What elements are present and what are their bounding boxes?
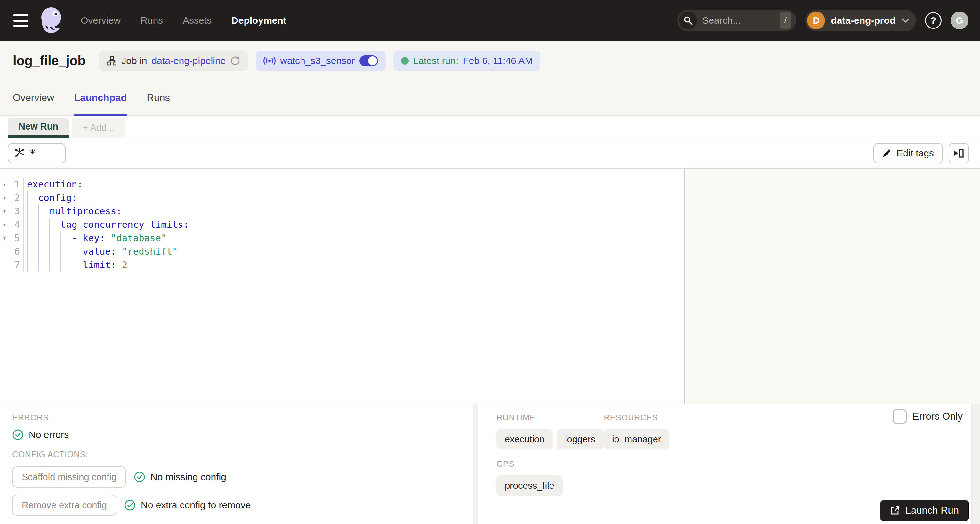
session-tab-new-run[interactable]: New Run [8, 118, 69, 138]
config-actions-label: CONFIG ACTIONS: [12, 449, 473, 459]
indent-guide [38, 231, 49, 245]
resources-label: RESOURCES [604, 413, 703, 422]
config-schema-panel [685, 168, 980, 404]
code-line[interactable]: 6value: "redshift" [0, 245, 684, 258]
op-selector-icon [14, 148, 24, 158]
job-badge: Job in data-eng-pipeline [99, 51, 248, 71]
code-line[interactable]: ▾2config: [0, 191, 684, 205]
indent-guide [49, 231, 60, 245]
launchpad-toolbar: * Edit tags [0, 138, 980, 168]
code-line[interactable]: ▾4tag_concurrency_limits: [0, 218, 684, 231]
refresh-icon[interactable] [230, 56, 240, 66]
fold-arrow-icon[interactable]: ▾ [0, 231, 9, 245]
indent-guide [27, 218, 38, 231]
line-number: 4 [9, 218, 24, 231]
nav-item-deployment[interactable]: Deployment [231, 15, 286, 26]
no-extra-config-text: No extra config to remove [141, 500, 251, 511]
fold-arrow-icon[interactable]: ▾ [0, 205, 9, 218]
launchpad-session-tabs: New Run + Add... [0, 116, 980, 138]
fold-gutter [0, 258, 9, 272]
deployment-avatar: D [807, 11, 825, 29]
edit-tags-button[interactable]: Edit tags [873, 143, 943, 164]
question-icon: ? [931, 15, 936, 26]
line-number: 6 [9, 245, 24, 258]
code-text: config: [24, 191, 77, 205]
deployment-switcher[interactable]: D data-eng-prod [805, 10, 916, 31]
line-number: 2 [9, 191, 24, 205]
nav-item-assets[interactable]: Assets [183, 15, 212, 26]
tag-pill[interactable]: loggers [557, 429, 604, 449]
help-button[interactable]: ? [925, 12, 942, 29]
tag-pill[interactable]: io_manager [604, 429, 669, 449]
panel-resize-handle[interactable] [473, 404, 479, 524]
fold-gutter [0, 245, 9, 258]
no-missing-config-text: No missing config [150, 472, 226, 483]
fold-arrow-icon[interactable]: ▾ [0, 191, 9, 205]
op-selection-value: * [29, 147, 35, 159]
panel-toggle-icon [954, 148, 964, 158]
fold-arrow-icon[interactable]: ▾ [0, 218, 9, 231]
tab-overview[interactable]: Overview [13, 81, 54, 115]
latest-run-link[interactable]: Feb 6, 11:46 AM [463, 56, 533, 66]
fold-arrow-icon[interactable]: ▾ [0, 178, 9, 191]
line-number: 1 [9, 178, 24, 191]
indent-guide [27, 258, 38, 272]
scrollbar-track[interactable] [971, 404, 980, 524]
errors-only-toggle[interactable]: Errors Only [892, 410, 963, 424]
session-tab-add[interactable]: + Add... [72, 118, 125, 138]
errors-only-checkbox[interactable] [892, 410, 907, 424]
indent-guide [49, 218, 60, 231]
menu-icon[interactable] [13, 14, 28, 27]
dagster-logo-icon[interactable] [37, 5, 66, 36]
launch-run-button[interactable]: Launch Run [880, 500, 969, 521]
search-shortcut-key: / [780, 12, 791, 29]
toggle-right-panel-button[interactable] [949, 143, 969, 164]
job-badge-prefix: Job in [121, 56, 147, 66]
code-line[interactable]: ▾3multiprocess: [0, 205, 684, 218]
code-text: execution: [24, 178, 83, 191]
indent-guide [27, 191, 38, 205]
nav-item-overview[interactable]: Overview [81, 15, 121, 26]
code-line[interactable]: 7limit: 2 [0, 258, 684, 272]
launch-icon [890, 506, 900, 515]
tag-pill[interactable]: process_file [496, 475, 563, 496]
indent-guide [72, 245, 83, 258]
code-text: limit: 2 [24, 258, 127, 272]
op-selection-input[interactable]: * [8, 143, 66, 164]
run-status-dot [401, 57, 409, 65]
sensor-icon [263, 56, 275, 65]
tab-runs[interactable]: Runs [147, 81, 170, 115]
job-graph-icon [107, 56, 117, 66]
errors-panel: ERRORS No errors CONFIG ACTIONS: Scaffol… [0, 404, 473, 524]
user-avatar[interactable]: G [951, 11, 969, 29]
sensor-badge: watch_s3_sensor [256, 51, 385, 71]
line-number: 7 [9, 258, 24, 272]
errors-section-label: ERRORS [12, 413, 473, 422]
resources-group: RESOURCES io_manager [604, 413, 703, 449]
config-editor[interactable]: ▾1execution:▾2config:▾3multiprocess:▾4ta… [0, 168, 685, 404]
page-header: log_file_job Job in data-eng-pipeline [0, 41, 980, 116]
no-errors-text: No errors [29, 429, 69, 440]
tag-pill[interactable]: execution [496, 429, 553, 449]
sensor-toggle[interactable] [360, 56, 378, 66]
check-icon [124, 499, 136, 511]
tab-launchpad[interactable]: Launchpad [74, 81, 127, 115]
indent-guide [49, 245, 60, 258]
scaffold-missing-config-button[interactable]: Scaffold missing config [12, 467, 126, 487]
run-preview-panel: RUNTIME executionloggers RESOURCES io_ma… [479, 404, 980, 524]
check-icon [134, 471, 145, 483]
indent-guide [60, 245, 72, 258]
code-line[interactable]: ▾1execution: [0, 178, 684, 191]
nav-item-runs[interactable]: Runs [140, 15, 163, 26]
launch-run-label: Launch Run [905, 505, 959, 516]
pipeline-link[interactable]: data-eng-pipeline [151, 56, 226, 66]
indent-guide [38, 218, 49, 231]
indent-guide [27, 205, 38, 218]
code-line[interactable]: ▾5- key: "database" [0, 231, 684, 245]
main-nav: Overview Runs Assets Deployment [81, 15, 286, 26]
search-input[interactable]: Search... / [677, 10, 796, 31]
ops-pills: process_file [496, 475, 980, 496]
ops-label: OPS [496, 459, 980, 469]
remove-extra-config-button[interactable]: Remove extra config [12, 495, 116, 516]
sensor-name-link[interactable]: watch_s3_sensor [280, 56, 355, 66]
